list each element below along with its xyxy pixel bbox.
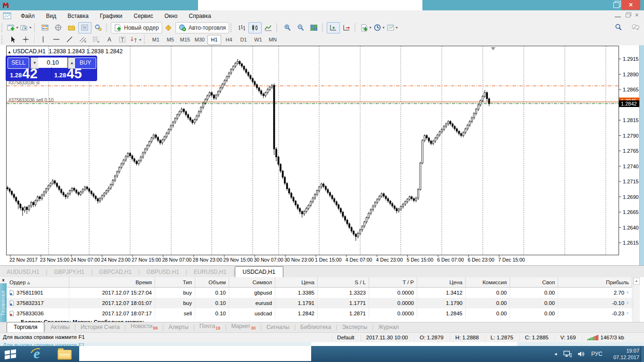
dropdown-arrow-icon[interactable]: ▾	[370, 25, 372, 30]
terminal-tab-Алерты[interactable]: Алерты	[164, 322, 193, 332]
crosshair-tool[interactable]	[19, 34, 33, 45]
tile-windows-tool[interactable]	[307, 22, 321, 33]
internet-explorer-icon[interactable]: e	[29, 346, 44, 362]
start-button[interactable]	[5, 348, 21, 360]
chart-tab-USDCAD[interactable]: USDCAD,H1	[235, 266, 283, 278]
fibonacci-tool[interactable]: F	[90, 34, 103, 45]
templates-tool[interactable]: ▾	[386, 22, 399, 33]
terminal-tab-Активы[interactable]: Активы	[46, 322, 74, 332]
menu-Файл[interactable]: Файл	[15, 12, 41, 20]
chart-tab-AUDUSD[interactable]: AUDUSD,H1	[0, 267, 46, 278]
strategy-tester-tool[interactable]	[91, 22, 105, 33]
chart-line-tool[interactable]	[262, 22, 275, 33]
timeframe-H1[interactable]: H1	[207, 35, 221, 45]
column-header-9[interactable]: Комиссия	[466, 277, 510, 288]
hline-tool[interactable]	[50, 34, 63, 45]
new-chart-tool[interactable]: ▾	[6, 22, 19, 33]
chart-tab-GBPUSD[interactable]: GBPUSD,H1	[140, 267, 186, 278]
arrows-tool[interactable]: ▾	[129, 34, 142, 45]
hidden-icons-arrow[interactable]: ◄	[553, 352, 558, 356]
menu-Вид[interactable]: Вид	[41, 12, 62, 20]
navigator-tool[interactable]	[65, 22, 78, 33]
timeframe-D1[interactable]: D1	[237, 35, 250, 45]
dropdown-arrow-icon[interactable]: ▾	[29, 25, 31, 30]
vline-tool[interactable]	[37, 34, 50, 45]
dropdown-arrow-icon[interactable]: ▾	[16, 25, 18, 30]
timeframe-M5[interactable]: M5	[164, 35, 177, 45]
order-row-375811901[interactable]: 3758119012017.12.07 15:27:04buy0.10gbpus…	[7, 288, 633, 298]
menu-Справка[interactable]: Справка	[183, 12, 217, 20]
menu-Графики[interactable]: Графики	[94, 12, 128, 20]
buy-price-button[interactable]: 1.2845	[54, 67, 82, 80]
close-order-icon[interactable]: ×	[626, 288, 629, 298]
terminal-tool[interactable]	[78, 22, 91, 33]
terminal-tab-Библиотека[interactable]: Библиотека	[296, 322, 336, 332]
zoom-out-tool[interactable]	[294, 22, 307, 33]
column-header-1[interactable]: Время	[69, 277, 155, 288]
chart-tab-GBPJPY[interactable]: GBPJPY,H1	[47, 267, 91, 278]
column-header-3[interactable]: Объем	[195, 277, 229, 288]
timeframe-MN[interactable]: MN	[266, 35, 280, 45]
column-header-5[interactable]: Цена	[275, 277, 318, 288]
sell-price-button[interactable]: 1.2842	[10, 67, 38, 80]
column-header-2[interactable]: Тип	[155, 277, 195, 288]
chart-candles-tool[interactable]	[248, 22, 262, 33]
timeframe-M30[interactable]: M30	[193, 35, 206, 45]
terminal-tab-История Счета[interactable]: История Счета	[76, 322, 124, 332]
terminal-tab-Новости[interactable]: Новости99	[126, 321, 162, 332]
periods-tool[interactable]: ▾	[372, 22, 386, 33]
cursor-tool[interactable]	[6, 34, 19, 45]
menu-Сервис[interactable]: Сервис	[128, 12, 159, 20]
zoom-in-tool[interactable]	[281, 22, 294, 33]
terminal-tab-Почта[interactable]: Почта19	[195, 321, 225, 332]
terminal-tab-Маркет[interactable]: Маркет30	[226, 321, 260, 332]
close-order-icon[interactable]: ×	[626, 298, 629, 308]
chart-bars-tool[interactable]	[235, 22, 248, 33]
timeframe-H4[interactable]: H4	[222, 35, 236, 45]
timeframe-M15[interactable]: M15	[178, 35, 192, 45]
column-header-11[interactable]: Прибыль	[558, 277, 632, 288]
profiles-tool[interactable]: ▾	[19, 22, 33, 33]
terminal-tab-Журнал[interactable]: Журнал	[373, 322, 404, 332]
dropdown-arrow-icon[interactable]: ▾	[139, 38, 141, 42]
auto-trading-button[interactable]: Авто-торговля	[175, 22, 229, 33]
metaeditor-tool[interactable]	[162, 22, 175, 33]
file-explorer-icon[interactable]	[58, 350, 72, 360]
chart-tab-GBPCAD[interactable]: GBPCAD,H1	[92, 267, 138, 278]
column-header-8[interactable]: Цена	[417, 277, 466, 288]
indicators-tool[interactable]: ▾	[359, 22, 372, 33]
column-header-0[interactable]: Ордер ▵	[7, 277, 69, 288]
window-close-button[interactable]: ×	[621, 0, 640, 10]
language-indicator[interactable]: РУС	[591, 351, 603, 357]
menu-Вставка[interactable]: Вставка	[62, 12, 94, 20]
timeframe-W1[interactable]: W1	[251, 35, 265, 45]
market-watch-tool[interactable]	[39, 22, 52, 33]
order-row-375833036[interactable]: 3758330362017.12.07 18:07:17sell0.10usdc…	[7, 308, 633, 319]
child-close-icon[interactable]: ×	[635, 12, 641, 17]
channel-tool[interactable]: E	[76, 34, 90, 45]
child-minimize-icon[interactable]	[615, 12, 621, 17]
chart-tab-EURUSD[interactable]: EURUSD,H1	[187, 267, 233, 278]
column-header-4[interactable]: Символ	[229, 277, 275, 288]
timeframe-M1[interactable]: M1	[149, 35, 163, 45]
terminal-tab-Сигналы[interactable]: Сигналы	[262, 322, 294, 332]
scroll-up-arrow-icon[interactable]: ▲	[633, 278, 640, 285]
column-header-7[interactable]: T / P	[369, 277, 417, 288]
volume-input[interactable]: 0.10	[38, 58, 67, 68]
dropdown-arrow-icon[interactable]: ▾	[396, 25, 398, 30]
column-header-6[interactable]: S / L	[318, 277, 369, 288]
terminal-close-button[interactable]: x	[0, 277, 7, 283]
menu-Окно[interactable]: Окно	[159, 12, 183, 20]
volume-icon[interactable]	[578, 351, 586, 357]
chart-shift-tool[interactable]	[340, 22, 353, 33]
terminal-tab-Торговля[interactable]: Торговля	[7, 322, 44, 333]
show-desktop-button[interactable]	[641, 346, 644, 362]
terminal-tab-Эксперты[interactable]: Эксперты	[337, 322, 372, 332]
child-restore-icon[interactable]	[626, 14, 630, 17]
auto-scroll-tool[interactable]	[327, 22, 340, 33]
chat-tool[interactable]	[629, 22, 642, 33]
trendline-tool[interactable]	[63, 34, 76, 45]
window-restore-icon[interactable]	[613, 2, 619, 8]
dropdown-arrow-icon[interactable]: ▾	[383, 25, 385, 30]
column-header-10[interactable]: Своп	[510, 277, 558, 288]
